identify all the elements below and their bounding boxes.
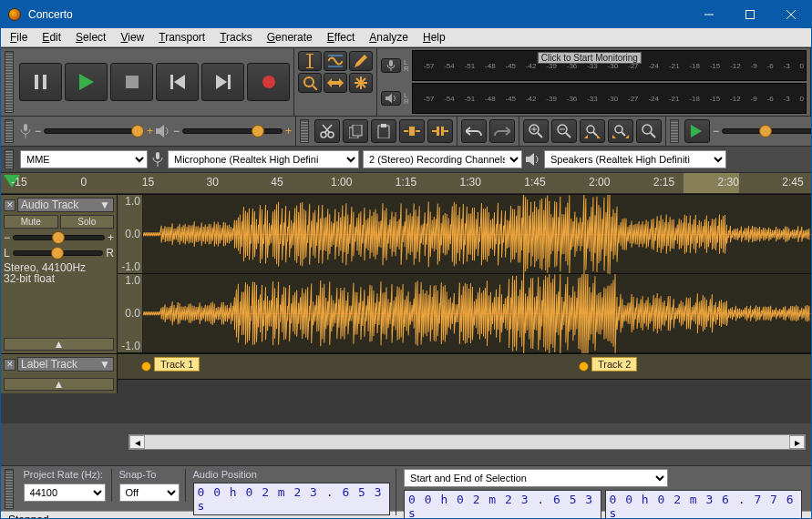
- paste-button[interactable]: [371, 119, 396, 143]
- playback-volume-slider[interactable]: [182, 128, 283, 134]
- skip-end-button[interactable]: [201, 63, 244, 101]
- horizontal-scrollbar[interactable]: ◂ ▸: [128, 434, 806, 450]
- track-menu-button[interactable]: Label Track▼: [17, 357, 114, 371]
- label-text[interactable]: Track 1: [154, 357, 200, 371]
- skip-start-button[interactable]: [156, 63, 199, 101]
- multi-tool[interactable]: [349, 73, 373, 93]
- track-pan-slider[interactable]: [13, 250, 104, 256]
- fit-selection-button[interactable]: [580, 119, 605, 143]
- toolbar-grip[interactable]: [300, 119, 309, 143]
- undo-button[interactable]: [461, 119, 487, 143]
- speaker-icon: [526, 153, 540, 166]
- timeline-ruler[interactable]: -1501530451:001:151:301:452:002:152:302:…: [1, 172, 811, 194]
- snap-to-label: Snap-To: [119, 469, 180, 480]
- track-collapse-button[interactable]: ▲: [4, 378, 114, 391]
- zoom-toggle-button[interactable]: [636, 119, 662, 143]
- timeshift-tool[interactable]: [324, 73, 347, 93]
- playback-speed-slider[interactable]: [722, 128, 812, 134]
- track-gain-slider[interactable]: [13, 235, 105, 240]
- svg-point-12: [262, 76, 275, 88]
- menu-edit[interactable]: Edit: [35, 29, 68, 46]
- project-rate-label: Project Rate (Hz):: [24, 469, 106, 480]
- scroll-right-button[interactable]: ▸: [789, 435, 805, 449]
- menu-effect[interactable]: Effect: [320, 29, 362, 46]
- toolbar-row-2: − + − + − +: [1, 116, 811, 146]
- audio-host-select[interactable]: MME: [20, 150, 148, 168]
- stop-button[interactable]: [110, 63, 153, 101]
- menu-view[interactable]: View: [113, 29, 151, 46]
- svg-point-58: [615, 126, 622, 133]
- waveform-area[interactable]: 1.00.0-1.0 1.00.0-1.0: [118, 195, 811, 353]
- mute-button[interactable]: Mute: [4, 215, 58, 229]
- scroll-left-button[interactable]: ◂: [129, 435, 145, 449]
- play-meter-speaker-icon[interactable]: [381, 91, 401, 106]
- label-marker[interactable]: [579, 361, 589, 371]
- toolbar-grip[interactable]: [5, 469, 14, 509]
- playback-meter[interactable]: -57-54-51-48-45-42-39-36-33-30-27-24-21-…: [412, 83, 807, 114]
- recording-meter[interactable]: -57-54-51-48-45-42-39-36-33-30-27-24-21-…: [412, 50, 807, 81]
- menu-file[interactable]: File: [3, 29, 35, 46]
- selection-start-field[interactable]: 0 0 h 0 2 m 2 3 . 6 5 3 s: [404, 490, 601, 519]
- svg-rect-38: [378, 126, 389, 138]
- playback-device-select[interactable]: Speakers (Realtek High Definiti: [544, 150, 726, 168]
- recording-device-select[interactable]: Microphone (Realtek High Defini: [168, 150, 359, 168]
- snap-to-select[interactable]: Off: [119, 483, 180, 502]
- track-close-button[interactable]: ✕: [4, 199, 15, 211]
- menu-analyze[interactable]: Analyze: [362, 29, 416, 46]
- fit-project-button[interactable]: [608, 119, 633, 143]
- play-button[interactable]: [65, 63, 108, 101]
- recording-volume-slider[interactable]: [44, 128, 144, 134]
- rec-meter-mic-icon[interactable]: [381, 58, 401, 73]
- menu-select[interactable]: Select: [68, 29, 113, 46]
- zoom-out-button[interactable]: [551, 119, 577, 143]
- menu-transport[interactable]: Transport: [151, 29, 212, 46]
- toolbar-grip[interactable]: [5, 51, 14, 113]
- svg-marker-21: [327, 78, 344, 87]
- cut-button[interactable]: [314, 119, 340, 143]
- pause-button[interactable]: [19, 63, 62, 101]
- silence-button[interactable]: [427, 119, 453, 143]
- svg-rect-4: [35, 75, 38, 89]
- menu-generate[interactable]: Generate: [260, 29, 320, 46]
- selection-mode-select[interactable]: Start and End of Selection: [404, 469, 668, 487]
- toolbar-grip[interactable]: [5, 149, 14, 169]
- svg-point-33: [328, 132, 334, 137]
- audio-position-field[interactable]: 0 0 h 0 2 m 2 3 . 6 5 3 s: [193, 483, 391, 515]
- menu-tracks[interactable]: Tracks: [212, 29, 260, 46]
- copy-button[interactable]: [343, 119, 368, 143]
- draw-tool[interactable]: [349, 51, 373, 71]
- label-marker[interactable]: [141, 361, 151, 371]
- label-track-body[interactable]: Track 1Track 2: [118, 354, 811, 380]
- record-button[interactable]: [247, 63, 290, 101]
- svg-rect-8: [170, 75, 173, 89]
- selection-end-field[interactable]: 0 0 h 0 2 m 3 6 . 7 7 6 s: [605, 490, 802, 519]
- selection-tool[interactable]: [298, 51, 322, 71]
- track-menu-button[interactable]: Audio Track▼: [17, 198, 114, 212]
- zoom-tool[interactable]: [298, 73, 322, 93]
- svg-marker-61: [625, 135, 629, 138]
- transport-toolbar: [1, 48, 294, 116]
- zoom-in-button[interactable]: [523, 119, 549, 143]
- envelope-tool[interactable]: [324, 51, 347, 71]
- minimize-button[interactable]: [688, 1, 729, 28]
- close-button[interactable]: [770, 1, 811, 28]
- project-rate-select[interactable]: 44100: [24, 483, 106, 502]
- speaker-icon: [156, 125, 170, 137]
- play-at-speed-button[interactable]: [684, 119, 710, 143]
- redo-button[interactable]: [489, 119, 515, 143]
- mic-icon: [151, 152, 164, 167]
- label-text[interactable]: Track 2: [591, 357, 637, 371]
- monitor-label[interactable]: Click to Start Monitoring: [538, 52, 642, 64]
- svg-marker-64: [691, 125, 702, 137]
- menu-help[interactable]: Help: [416, 29, 453, 46]
- toolbar-grip[interactable]: [5, 119, 14, 143]
- svg-marker-67: [526, 153, 534, 166]
- trim-button[interactable]: [399, 119, 425, 143]
- solo-button[interactable]: Solo: [60, 215, 115, 229]
- recording-channels-select[interactable]: 2 (Stereo) Recording Channels: [363, 150, 522, 168]
- selection-toolbar: Project Rate (Hz): 44100 Snap-To Off Aud…: [1, 465, 811, 511]
- track-collapse-button[interactable]: ▲: [4, 338, 114, 351]
- toolbar-grip[interactable]: [670, 119, 679, 143]
- track-close-button[interactable]: ✕: [4, 359, 15, 371]
- maximize-button[interactable]: [729, 1, 770, 28]
